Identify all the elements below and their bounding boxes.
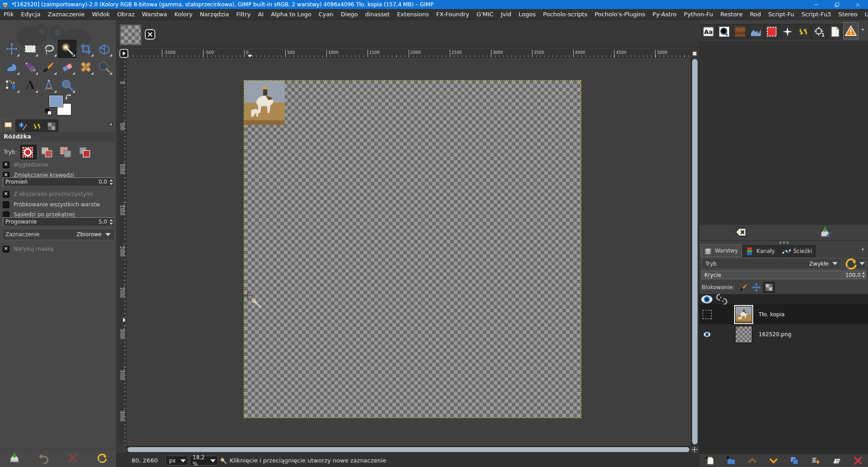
- layer-mode-dropdown[interactable]: Tryb Zwykłe: [702, 258, 842, 269]
- image-tab[interactable]: [119, 24, 142, 46]
- menu-item[interactable]: G'MIC: [473, 9, 497, 20]
- menu-item[interactable]: Script-Fu3: [798, 9, 835, 20]
- mode-button[interactable]: [76, 144, 94, 160]
- clear-errors-button[interactable]: [735, 226, 747, 238]
- dialog-tab[interactable]: [827, 24, 843, 39]
- visibility-eye-icon[interactable]: [699, 330, 714, 339]
- sample-merged-checkbox-row[interactable]: Próbkowanie wszystkich warstw: [0, 200, 117, 210]
- dialog-tab[interactable]: [843, 22, 859, 39]
- image-canvas[interactable]: [244, 81, 581, 418]
- tab-menu-button[interactable]: [859, 26, 866, 33]
- tool-button[interactable]: [95, 40, 113, 58]
- swap-colors-icon[interactable]: [65, 94, 72, 100]
- menu-item[interactable]: Script-Fu: [764, 9, 797, 20]
- tool-button[interactable]: [39, 58, 58, 76]
- tool-button[interactable]: A: [21, 76, 39, 94]
- dialog-tab[interactable]: [732, 24, 748, 39]
- menu-item[interactable]: Py-Astro: [649, 9, 680, 20]
- spinner-arrows-icon[interactable]: [108, 218, 113, 226]
- dialog-tab[interactable]: [796, 24, 811, 39]
- menu-item[interactable]: dinasset: [361, 9, 393, 20]
- layer-action-button[interactable]: [853, 455, 863, 466]
- tool-button[interactable]: [76, 58, 95, 76]
- menu-item[interactable]: FX-Foundry: [433, 9, 473, 20]
- image-tab-close-button[interactable]: [145, 29, 156, 40]
- menu-item[interactable]: Obraz: [113, 9, 138, 20]
- save-errors-button[interactable]: [819, 226, 831, 238]
- tool-button[interactable]: [21, 40, 39, 58]
- lock-button[interactable]: [750, 282, 762, 293]
- radius-slider[interactable]: Promień 0,0: [3, 177, 114, 186]
- footer-button[interactable]: [38, 452, 50, 464]
- layer-thumbnail[interactable]: [735, 306, 752, 323]
- tool-button[interactable]: [39, 40, 58, 58]
- dialog-tab[interactable]: [764, 24, 779, 39]
- layer-action-button[interactable]: [768, 455, 779, 466]
- footer-button[interactable]: [67, 452, 79, 464]
- dialog-tab[interactable]: 1: [811, 24, 827, 39]
- vertical-scrollbar[interactable]: [691, 58, 698, 446]
- dialog-tab[interactable]: [30, 119, 44, 132]
- zoom-fit-toggle-button[interactable]: [691, 50, 698, 57]
- dialog-tab[interactable]: i: [15, 119, 29, 132]
- menu-item[interactable]: Plik: [0, 9, 18, 20]
- menu-item[interactable]: Cyan: [315, 9, 337, 20]
- threshold-slider[interactable]: Progowanie 5,0: [3, 217, 114, 226]
- tab-menu-button[interactable]: [108, 121, 114, 128]
- tool-button[interactable]: [21, 58, 39, 76]
- menu-item[interactable]: AI: [254, 9, 267, 20]
- vertical-ruler[interactable]: 05001000150020002500300035004000: [118, 58, 127, 446]
- dialog-tab[interactable]: [748, 24, 764, 39]
- menu-item[interactable]: Zaznaczenie: [44, 9, 88, 20]
- dialog-tab[interactable]: [780, 24, 795, 39]
- menu-item[interactable]: Jvid: [497, 9, 515, 20]
- tool-button[interactable]: [58, 58, 76, 76]
- layer-action-button[interactable]: [810, 455, 821, 466]
- horizontal-scrollbar[interactable]: [127, 446, 691, 453]
- close-button[interactable]: [847, 0, 868, 9]
- dialog-tab[interactable]: Kanały: [742, 245, 778, 257]
- dock-splitter-handle[interactable]: [699, 240, 868, 244]
- menu-item[interactable]: Diego: [337, 9, 362, 20]
- menu-item[interactable]: Filtry: [233, 9, 255, 20]
- footer-button[interactable]: [9, 452, 20, 464]
- menu-item[interactable]: Edycja: [18, 9, 44, 20]
- spinner-arrows-icon[interactable]: [861, 272, 866, 279]
- menu-item[interactable]: Stereo: [835, 9, 861, 20]
- vertical-scrollbar-thumb[interactable]: [692, 59, 698, 444]
- navigation-button[interactable]: [691, 446, 698, 453]
- footer-button[interactable]: [96, 452, 108, 464]
- dialog-tab[interactable]: Warstwy: [701, 244, 742, 257]
- menu-item[interactable]: Extensions: [393, 9, 433, 20]
- tool-button[interactable]: [2, 58, 21, 76]
- menu-item[interactable]: Widok: [88, 9, 113, 20]
- lock-button[interactable]: [738, 282, 750, 293]
- tool-button[interactable]: [2, 40, 21, 58]
- menu-item[interactable]: Alpha to Logo: [267, 9, 315, 20]
- layer-action-button[interactable]: [704, 455, 715, 466]
- mode-button[interactable]: [19, 144, 38, 160]
- zoom-dropdown[interactable]: 18,2 %: [190, 456, 218, 466]
- menu-item[interactable]: UserFilter: [861, 9, 868, 20]
- unit-dropdown[interactable]: px: [165, 456, 188, 466]
- menu-item[interactable]: Rod: [746, 9, 765, 20]
- menu-item[interactable]: Kolory: [171, 9, 196, 20]
- draw-mask-checkbox-row[interactable]: Narysuj maskę: [0, 244, 117, 254]
- restore-button[interactable]: [826, 0, 847, 9]
- mode-button[interactable]: [38, 144, 57, 160]
- menu-item[interactable]: Python-Fu: [680, 9, 717, 20]
- menu-item[interactable]: Logos: [515, 9, 539, 20]
- mode-button[interactable]: [57, 144, 75, 160]
- horizontal-scrollbar-thumb[interactable]: [127, 447, 689, 452]
- default-colors-icon[interactable]: [45, 109, 52, 115]
- foreground-color-swatch[interactable]: [49, 95, 63, 107]
- tool-button[interactable]: [39, 76, 58, 94]
- dialog-tab[interactable]: [1, 119, 15, 132]
- menu-item[interactable]: Restore: [717, 9, 746, 20]
- canvas-viewport[interactable]: [127, 58, 691, 446]
- select-by-dropdown[interactable]: Zaznaczenie Zbiorowe: [2, 229, 115, 240]
- tool-button[interactable]: [95, 58, 113, 76]
- tool-button[interactable]: [58, 76, 76, 94]
- menu-item[interactable]: Warstwa: [138, 9, 171, 20]
- spinner-arrows-icon[interactable]: [108, 178, 113, 186]
